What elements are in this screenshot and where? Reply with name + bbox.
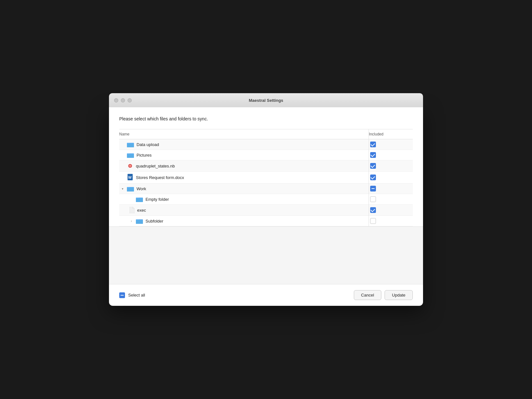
empty-area (109, 226, 423, 284)
update-button[interactable]: Update (385, 290, 413, 300)
close-button[interactable] (114, 98, 118, 102)
file-row-name: › Subfolder (121, 218, 367, 224)
file-row-name: exec (121, 207, 367, 213)
traffic-lights (114, 98, 132, 102)
table-row: quadruplet_states.nb (119, 160, 413, 172)
checkbox-checked[interactable] (370, 207, 376, 213)
table-row: exec (119, 205, 413, 216)
chevron-down-icon[interactable]: ▾ (121, 187, 124, 191)
folder-icon (127, 142, 134, 147)
file-icon (129, 207, 135, 213)
file-row-name: ▾ Work (121, 186, 367, 191)
file-name-label: exec (137, 208, 146, 213)
file-row-name: quadruplet_states.nb (121, 163, 367, 169)
table-row: › Subfolder (119, 216, 413, 226)
select-all-container[interactable]: Select all (119, 292, 145, 298)
select-all-checkbox[interactable] (119, 292, 125, 298)
checkbox-checked[interactable] (370, 163, 376, 169)
title-bar: Maestral Settings (109, 93, 423, 107)
file-name-label: quadruplet_states.nb (136, 164, 175, 168)
select-all-label: Select all (128, 293, 145, 297)
file-table: Name Included › Data upload› Pictures (119, 129, 413, 226)
folder-icon (136, 196, 143, 202)
table-row: › Empty folder (119, 194, 413, 205)
table-row: › Pictures (119, 150, 413, 160)
table-row: › Data upload (119, 139, 413, 150)
word-file-icon: W (127, 174, 133, 181)
minimize-button[interactable] (121, 98, 125, 102)
file-name-label: Data upload (137, 142, 159, 147)
file-row-name: › Pictures (121, 152, 367, 158)
cancel-button[interactable]: Cancel (354, 290, 381, 300)
folder-icon (136, 218, 143, 224)
folder-icon (127, 152, 134, 158)
file-row-name: › Data upload (121, 142, 367, 147)
window-wrapper: Maestral Settings Please select which fi… (109, 93, 423, 306)
footer-buttons: Cancel Update (354, 290, 413, 300)
dialog-instruction: Please select which files and folders to… (119, 116, 413, 121)
col-name-header: Name (119, 129, 369, 139)
file-name-label: Stores Request form.docx (136, 175, 184, 180)
table-row: ▾ Work (119, 183, 413, 194)
window-title: Maestral Settings (249, 98, 283, 103)
dialog: Please select which files and folders to… (109, 107, 423, 306)
nb-file-icon (127, 163, 133, 169)
checkbox-checked[interactable] (370, 175, 376, 180)
maximize-button[interactable] (128, 98, 132, 102)
checkbox-checked[interactable] (370, 152, 376, 158)
checkbox-unchecked[interactable] (370, 218, 376, 224)
dialog-footer: Select all Cancel Update (109, 284, 423, 306)
col-included-header: Included (369, 129, 413, 139)
checkbox-indeterminate[interactable] (370, 186, 376, 191)
checkbox-unchecked[interactable] (370, 196, 376, 202)
table-row: W Stores Request form.docx (119, 172, 413, 183)
folder-icon (127, 186, 134, 191)
file-name-label: Pictures (137, 153, 152, 158)
file-name-label: Empty folder (145, 197, 169, 202)
file-name-label: Work (137, 186, 146, 191)
file-name-label: Subfolder (145, 219, 163, 224)
file-row-name: › Empty folder (121, 196, 367, 202)
svg-text:W: W (128, 175, 132, 179)
chevron-right-icon[interactable]: › (129, 219, 133, 223)
dialog-content: Please select which files and folders to… (109, 107, 423, 226)
file-row-name: W Stores Request form.docx (121, 174, 367, 181)
checkbox-checked[interactable] (370, 142, 376, 147)
